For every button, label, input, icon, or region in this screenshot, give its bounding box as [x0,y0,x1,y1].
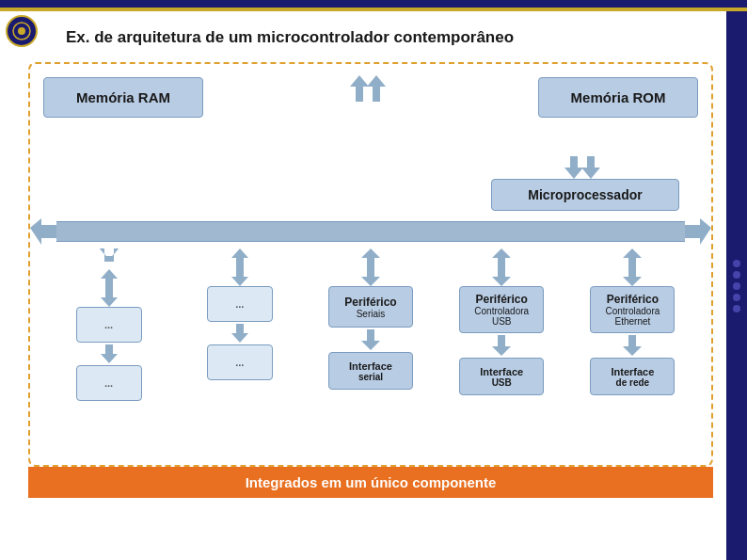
periph-col-3: Periférico Seriais Interface serial [307,248,434,401]
svg-marker-9 [587,156,595,169]
svg-marker-5 [373,85,380,102]
down-double-arrow [564,156,606,179]
left-arrow [30,218,56,245]
double-v-arrow-1 [97,269,121,288]
microprocessor-box: Microprocessador [491,179,679,211]
svg-marker-19 [231,248,248,267]
svg-marker-16 [101,269,118,288]
periph-box-3: Periférico Seriais [328,286,413,328]
slide-title: Ex. de arquitetura de um microcontrolado… [66,28,713,47]
double-v-arrow-3 [357,248,385,267]
interface-box-3: Interface serial [328,352,413,390]
svg-marker-18 [101,344,118,363]
svg-marker-22 [361,248,380,267]
double-v-arrow-4b [487,267,516,286]
memory-ram-box: Memória RAM [43,77,203,118]
v-down-5 [618,335,646,356]
svg-marker-21 [231,324,248,343]
svg-marker-27 [492,335,511,356]
up-double-arrow [350,75,391,102]
svg-marker-28 [623,248,642,267]
periph-col-1: ... ... [45,248,172,401]
dot-4 [733,294,740,301]
horizontal-bus [56,221,685,242]
v-down-4 [487,335,516,356]
slide-container: Ex. de arquitetura de um microcontrolado… [0,0,747,560]
interface-box-4: Interface USB [459,358,544,395]
svg-marker-10 [581,168,600,179]
double-v-arrow-1b [97,288,121,307]
svg-marker-25 [492,248,511,267]
svg-rect-15 [104,256,114,262]
svg-marker-20 [231,267,248,286]
dot-5 [733,305,740,312]
interface-placeholder-2: ... [207,344,273,380]
svg-marker-29 [623,267,642,286]
v-down-1 [97,344,121,363]
svg-marker-17 [101,288,118,307]
v-down-3 [357,329,385,350]
diagram-box: Memória RAM [28,62,713,467]
dot-3 [733,282,740,290]
periph-box-5: Periférico Controladora Ethernet [590,286,675,333]
svg-marker-4 [350,75,369,87]
interface-box-5: Interface de rede [590,358,675,395]
svg-marker-26 [492,267,511,286]
periph-col-2: ... ... [176,248,303,401]
dot-2 [733,271,740,279]
double-v-arrow-4 [487,248,516,267]
right-arrow [685,218,711,245]
svg-marker-7 [570,156,578,169]
svg-marker-12 [685,218,711,245]
periph-box-4: Periférico Controladora USB [459,286,544,333]
right-sidebar [726,11,747,560]
sidebar-decoration [733,260,740,312]
svg-marker-3 [356,85,363,102]
svg-marker-30 [623,335,642,356]
periph-col-5: Periférico Controladora Ethernet Interfa… [569,248,696,401]
v-connector-1 [95,248,123,269]
periph-col-4: Periférico Controladora USB Interface US… [438,248,565,401]
double-v-arrow-5 [618,248,646,267]
periph-placeholder-2: ... [207,286,273,322]
interface-placeholder-1: ... [76,365,142,401]
svg-marker-8 [564,168,583,179]
v-down-2 [228,324,252,343]
svg-marker-11 [30,218,56,245]
double-v-arrow-5b [618,267,646,286]
svg-marker-6 [367,75,386,87]
double-v-arrow-2b [228,267,252,286]
svg-marker-24 [361,329,380,350]
memory-rom-box: Memória ROM [538,77,698,118]
svg-point-2 [18,27,25,35]
svg-marker-23 [361,267,380,286]
top-bar [0,0,747,8]
double-v-arrow-3b [357,267,385,286]
periph-placeholder-1: ... [76,307,142,343]
logo [6,15,40,49]
bottom-bar: Integrados em um único componente [28,467,713,498]
double-v-arrow-2 [228,248,252,267]
dot-1 [733,260,740,267]
